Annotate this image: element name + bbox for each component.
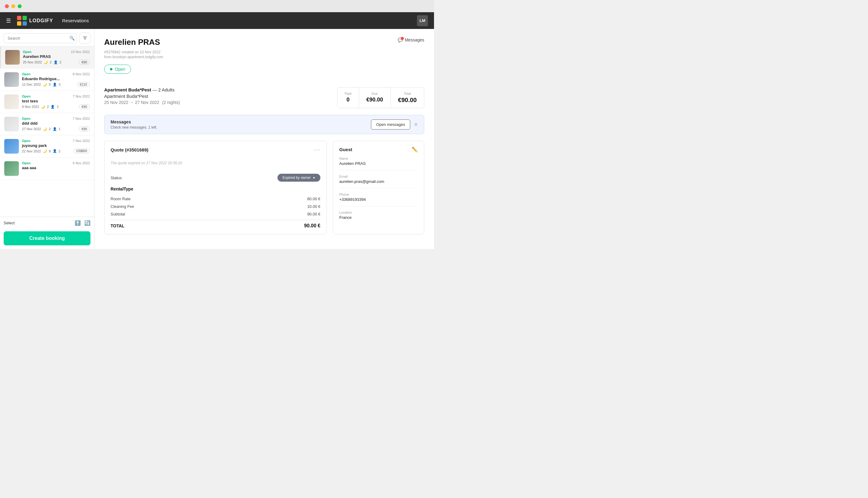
rental-type-heading: RentalType bbox=[111, 186, 321, 192]
price-badge: €90 bbox=[79, 127, 90, 131]
list-item[interactable]: Open 7 Nov 2022 ddd ddd 27 Nov 2022 🌙 2 … bbox=[0, 113, 94, 135]
adults-label: — bbox=[152, 87, 158, 92]
quote-line-cleaning-fee: Cleaning Fee 10.00 € bbox=[111, 203, 321, 210]
email-field-label: Email bbox=[339, 175, 418, 178]
messages-button[interactable]: 💬 Messages bbox=[398, 38, 424, 42]
nights-count: 2 bbox=[49, 127, 51, 131]
phone-field-label: Phone bbox=[339, 193, 418, 196]
checkin-date: 22 Nov 2022 bbox=[22, 149, 41, 153]
reservation-status: Open bbox=[22, 72, 30, 76]
paid-label: Paid bbox=[345, 92, 351, 95]
moon-icon: 🌙 bbox=[43, 60, 48, 64]
total-field-label: TOTAL bbox=[111, 223, 124, 228]
sidebar: 🔍 Open 10 Nov 2 bbox=[0, 29, 94, 249]
refresh-icon[interactable]: 🔄 bbox=[84, 220, 91, 226]
svg-rect-0 bbox=[17, 16, 21, 20]
list-item[interactable]: Open 7 Nov 2022 test tees 9 Nov 2022 🌙 2… bbox=[0, 91, 94, 113]
booking-info: Apartment Buda*Pest — 2 Adults Apartment… bbox=[104, 87, 180, 105]
reservation-thumbnail bbox=[4, 161, 19, 176]
expired-status-badge[interactable]: Expired by owner ▼ bbox=[277, 174, 321, 182]
guests-count: 2 bbox=[59, 149, 60, 153]
open-messages-button[interactable]: Open messages bbox=[371, 119, 410, 130]
cleaning-fee-value: 10.00 € bbox=[307, 204, 321, 209]
room-rate-label: Room Rate bbox=[111, 197, 131, 201]
quote-panel: Quote (#3501689) ··· The quote expired o… bbox=[104, 141, 327, 234]
search-input[interactable] bbox=[4, 33, 77, 43]
status-label: Open bbox=[115, 67, 125, 71]
quote-menu-icon[interactable]: ··· bbox=[314, 147, 321, 153]
list-item[interactable]: Open 10 Nov 2022 Aurelien PRAS 25 Nov 20… bbox=[0, 46, 94, 68]
reservation-name: ddd ddd bbox=[22, 121, 90, 126]
filter-icon bbox=[83, 36, 87, 41]
total-value: €90.00 bbox=[398, 96, 417, 104]
reservation-meta: 12 Dec 2022 🌙 5 👤 3 €210 bbox=[22, 82, 90, 87]
nights-count: 8 bbox=[49, 149, 51, 153]
moon-icon: 🌙 bbox=[41, 105, 45, 109]
titlebar bbox=[0, 0, 434, 12]
banner-close-icon[interactable]: ✕ bbox=[414, 122, 418, 127]
reservation-status: Open bbox=[22, 117, 30, 120]
select-label: Select bbox=[4, 221, 15, 225]
quote-expired-message: The quote expired on 17 Nov 2022 20:36:2… bbox=[111, 157, 321, 169]
banner-title: Messages bbox=[111, 119, 157, 124]
reservation-status: Open bbox=[22, 94, 30, 98]
price-badge: €90 bbox=[79, 60, 90, 65]
logo: LODGIFY bbox=[17, 16, 53, 26]
chevron-down-icon: ▼ bbox=[312, 176, 315, 180]
guest-phone-field: Phone +33689193394 bbox=[339, 193, 418, 206]
guests-icon: 👤 bbox=[53, 149, 57, 153]
quote-line-room-rate: Room Rate 80.00 € bbox=[111, 195, 321, 203]
guest-email-field: Email aurelien.pras@gmail.com bbox=[339, 175, 418, 188]
checkin-date: 27 Nov 2022 bbox=[22, 127, 41, 131]
payment-summary: Paid 0 Due €90.00 Total €90.00 bbox=[337, 87, 424, 108]
checkin-date: 25 Nov 2022 bbox=[23, 60, 42, 64]
svg-rect-1 bbox=[23, 16, 27, 20]
reservation-date: 7 Nov 2022 bbox=[73, 94, 90, 98]
nights-count: 2 bbox=[47, 105, 49, 108]
reservation-thumbnail bbox=[4, 117, 19, 131]
due-label: Due bbox=[366, 92, 383, 95]
guests-icon: 👤 bbox=[53, 82, 57, 87]
subtotal-value: 90.00 € bbox=[307, 212, 321, 217]
reservation-status: Open bbox=[22, 139, 30, 143]
reservation-meta: 9 Nov 2022 🌙 2 👤 2 €90 bbox=[22, 104, 90, 109]
total-field-value: 90.00 € bbox=[304, 223, 321, 228]
menu-icon[interactable]: ☰ bbox=[6, 17, 11, 24]
guests-icon: 👤 bbox=[54, 60, 58, 64]
reservation-thumbnail bbox=[4, 139, 19, 154]
list-item[interactable]: Open 6 Nov 2022 aaa aaa bbox=[0, 158, 94, 180]
user-avatar[interactable]: LM bbox=[417, 15, 428, 26]
reservation-name: Eduardo Rodrigue... bbox=[22, 77, 90, 81]
location-field-label: Location bbox=[339, 211, 418, 214]
guests-count: 2 bbox=[60, 60, 62, 64]
quote-line-subtotal: Subtotal 90.00 € bbox=[111, 210, 321, 218]
reservation-thumbnail bbox=[4, 72, 19, 87]
due-value: €90.00 bbox=[366, 96, 383, 103]
share-icon[interactable]: ⬆️ bbox=[74, 220, 81, 226]
minimize-btn[interactable] bbox=[11, 4, 15, 8]
filter-button[interactable] bbox=[80, 32, 91, 43]
list-item[interactable]: Open 7 Nov 2022 juyoung park 22 Nov 2022… bbox=[0, 135, 94, 158]
reservation-name: juyoung park bbox=[22, 143, 90, 148]
reservation-meta: 25 Nov 2022 🌙 2 👤 2 €90 bbox=[23, 60, 90, 65]
reservation-status: Open bbox=[23, 50, 31, 54]
logo-text: LODGIFY bbox=[29, 18, 53, 24]
phone-field-value: +33689193394 bbox=[339, 197, 418, 202]
reservation-date: 8 Nov 2022 bbox=[73, 72, 90, 76]
svg-rect-3 bbox=[23, 21, 27, 26]
guests-icon: 👤 bbox=[51, 105, 55, 109]
booking-id-meta: #5376942 created on 10 Nov 2022 bbox=[104, 50, 424, 54]
reservation-status: Open bbox=[22, 161, 30, 165]
guest-panel-title: Guest bbox=[339, 147, 352, 152]
booking-dates: 25 Nov 2022 → 27 Nov 2022 (2 nights) bbox=[104, 100, 180, 105]
subtotal-label: Subtotal bbox=[111, 212, 125, 217]
reservation-date: 7 Nov 2022 bbox=[73, 139, 90, 143]
close-btn[interactable] bbox=[5, 4, 9, 8]
top-nav: ☰ LODGIFY Reservations LM bbox=[0, 12, 434, 29]
edit-guest-icon[interactable]: ✏️ bbox=[412, 147, 418, 153]
checkin-date: 9 Nov 2022 bbox=[22, 105, 39, 108]
maximize-btn[interactable] bbox=[18, 4, 22, 8]
list-item[interactable]: Open 8 Nov 2022 Eduardo Rodrigue... 12 D… bbox=[0, 68, 94, 91]
price-badge: €210 bbox=[77, 82, 90, 87]
create-booking-button[interactable]: Create booking bbox=[4, 231, 91, 245]
